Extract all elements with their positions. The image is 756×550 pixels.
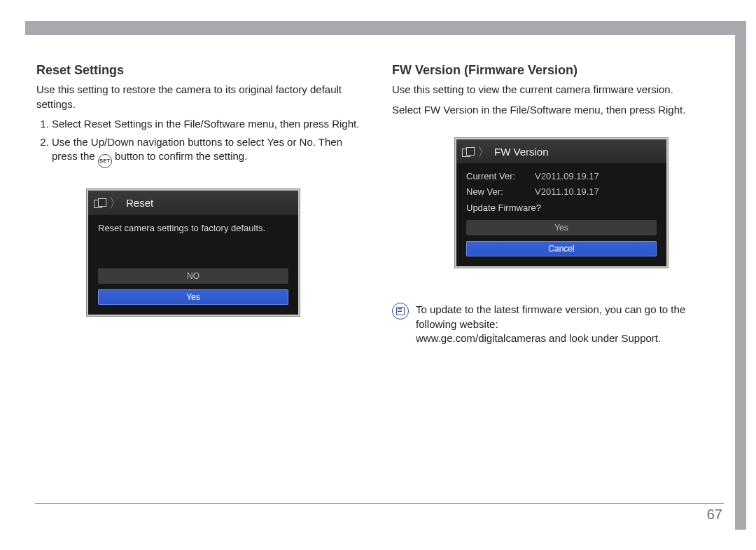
lcd-fw-title: FW Version [494,145,549,159]
value-current-ver: V2011.09.19.17 [535,170,599,183]
chevron-right-icon: 〉 [477,144,490,160]
row-new-ver: New Ver: V2011.10.19.17 [466,186,657,198]
note-icon [392,303,409,319]
lcd-reset-body: Reset camera settings to factory default… [88,215,298,315]
value-new-ver: V2011.10.19.17 [535,186,599,198]
lcd-reset-message: Reset camera settings to factory default… [98,222,288,235]
steps-reset: Select Reset Settings in the File/Softwa… [36,117,367,169]
page-content: Reset Settings Use this setting to resto… [36,62,724,345]
column-right: FW Version (Firmware Version) Use this s… [392,62,722,345]
prompt-update: Update Firmware? [466,202,657,214]
label-new-ver: New Ver: [466,186,529,198]
lcd-reset: 〉 Reset Reset camera settings to factory… [87,189,300,315]
lcd-option-no[interactable]: NO [98,268,288,284]
lcd-reset-header: 〉 Reset [88,191,298,214]
file-icon [462,147,475,157]
note-text: To update to the latest firmware version… [416,303,722,345]
heading-reset: Reset Settings [36,62,367,78]
label-current-ver: Current Ver: [466,170,529,183]
firmware-note: To update to the latest firmware version… [392,303,722,345]
lcd-reset-title: Reset [126,196,153,210]
lcd-fw-yes[interactable]: Yes [466,220,657,235]
note-url: www.ge.com/digitalcameras and look under… [416,332,661,344]
page-frame: Reset Settings Use this setting to resto… [25,21,746,530]
instruction-fw: Select FW Version in the File/Software m… [392,103,722,117]
lcd-fw-body: Current Ver: V2011.09.19.17 New Ver: V20… [456,163,666,266]
file-icon [94,198,106,208]
step-2-tail: button to confirm the setting. [112,150,247,162]
intro-fw: Use this setting to view the current cam… [392,83,722,97]
footer-rule [35,503,724,504]
row-current-ver: Current Ver: V2011.09.19.17 [466,170,657,183]
step-1: Select Reset Settings in the File/Softwa… [52,117,367,131]
intro-reset: Use this setting to restore the camera t… [36,83,367,111]
chevron-right-icon: 〉 [109,195,122,212]
page-number: 67 [707,507,722,523]
lcd-fw: 〉 FW Version Current Ver: V2011.09.19.17… [455,138,668,268]
set-button-icon: SET [98,154,112,168]
note-line1: To update to the latest firmware version… [416,303,685,329]
heading-fw: FW Version (Firmware Version) [392,62,722,78]
lcd-fw-cancel[interactable]: Cancel [466,241,657,256]
column-left: Reset Settings Use this setting to resto… [36,62,367,345]
lcd-fw-header: 〉 FW Version [456,139,666,163]
lcd-option-yes[interactable]: Yes [98,289,288,305]
step-2: Use the Up/Down navigation buttons to se… [52,135,367,168]
